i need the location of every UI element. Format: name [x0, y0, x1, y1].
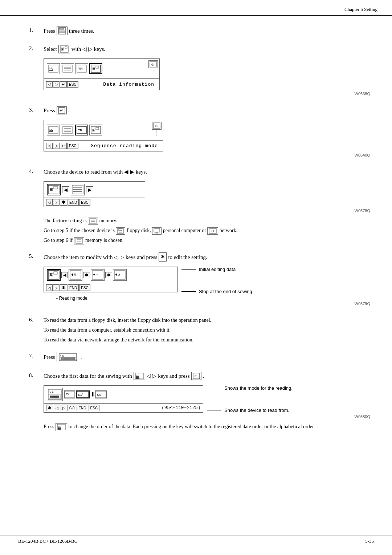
step-1-icon	[57, 27, 68, 35]
step-4-note-2: Go to step 5 if the chosen device is flo…	[44, 226, 370, 235]
step-1-times: three times.	[69, 27, 94, 35]
diag-w0580q: Y N ▓▓▓▓▓▓ 35°	[44, 385, 203, 413]
step-4-note-1: The factory setting is memory.	[44, 216, 370, 225]
svg-rect-19	[96, 66, 99, 68]
step-8-extra-note: Press ≡≡ ▓▓ to change the order of the d…	[44, 422, 370, 431]
svg-text:125°: 125°	[97, 393, 103, 396]
pc-icon	[152, 227, 162, 235]
network-icon	[207, 227, 218, 235]
step-1-text: Press three times.	[44, 27, 370, 35]
chapter-label: Chapter 5 Setting	[344, 7, 377, 12]
watermark-w0580q: W0580Q	[44, 414, 370, 419]
step-4-num: 4.	[29, 167, 44, 174]
svg-text:▓▓: ▓▓	[58, 428, 61, 430]
callout-stop: Stop at the end of sewing	[181, 289, 252, 294]
svg-text:My: My	[49, 128, 53, 131]
step-5-arrows: ◁ ▷ keys and press	[114, 253, 157, 262]
step-4-body: Choose the device to read from with ◀ ▶ …	[44, 167, 370, 246]
step-2-num: 2.	[29, 45, 44, 52]
floppy-icon	[116, 227, 125, 235]
footer-page: 5-35	[365, 538, 374, 544]
svg-text:▓▓: ▓▓	[136, 376, 139, 379]
diag-w0580q-container: Y N ▓▓▓▓▓▓ 35°	[44, 383, 370, 414]
svg-rect-53	[156, 232, 158, 233]
step-5-num: 5.	[29, 252, 44, 259]
step-8-sort2-icon: ≡≡ ▓▓	[56, 423, 67, 431]
svg-text:▓▓▓▓▓▓▓▓▓: ▓▓▓▓▓▓▓▓▓	[61, 357, 75, 360]
step-3-enter-icon: ↵	[57, 106, 67, 114]
diag-w0640q: My YN 菜 ◎	[44, 120, 163, 151]
svg-text:YN: YN	[78, 129, 82, 132]
svg-rect-0	[58, 28, 66, 34]
svg-point-55	[212, 230, 214, 232]
page-content: 1. Press three times. 2.	[0, 16, 392, 461]
svg-rect-1	[59, 28, 64, 29]
step-5-body: Choose the item to modify with ◁ ▷ keys …	[44, 252, 370, 309]
step-5: 5. Choose the item to modify with ◁ ▷ ke…	[29, 252, 370, 309]
diag-w0638q-label: Data information	[100, 80, 157, 89]
watermark-w0578q: W0578Q	[44, 208, 370, 213]
svg-rect-50	[119, 231, 122, 233]
diag-w0578q: 菜 ◀ ▶ ◁ ▷ ✱ END ESC	[44, 181, 145, 207]
svg-text:35°: 35°	[66, 393, 70, 396]
diag-w0580q-range: (95<−110−>125)	[162, 405, 201, 410]
step-5-text: Choose the item to modify with ◁ ▷ keys …	[44, 252, 370, 262]
step-3-text: Press ↵ .	[44, 106, 370, 115]
diag-w0580q-left: Y N ▓▓▓▓▓▓ 35°	[44, 383, 203, 413]
step-8-arrows: ◁ ▷ keys and press	[147, 372, 190, 380]
step-8-body: Choose the first data for the sewing wit…	[44, 372, 370, 433]
svg-text:YN: YN	[78, 67, 83, 70]
step-3-num: 3.	[29, 106, 44, 113]
callout-initial: Initial editing data	[181, 267, 252, 272]
svg-rect-45	[90, 219, 96, 224]
step-8: 8. Choose the first data for the sewing …	[29, 372, 370, 433]
svg-rect-10	[49, 70, 53, 71]
step-4-text: Choose the device to read from with ◀ ▶ …	[44, 167, 370, 176]
diag-w0579q: 菜 ◀ ✱柱 ✱ ✱↵ ✱ ✱⚙	[44, 267, 178, 292]
watermark-w0579q: W0579Q	[44, 301, 370, 306]
step-2-arrows: ◁ ▷ keys.	[82, 45, 105, 53]
svg-text:↵: ↵	[194, 373, 198, 378]
svg-rect-40	[54, 186, 57, 189]
svg-rect-7	[65, 46, 67, 48]
watermark-w0640q: W0640Q	[44, 153, 370, 157]
svg-text:菜: 菜	[50, 188, 53, 191]
memory-icon-2	[74, 237, 84, 244]
step-2-body: Select 菜 with ◁ ▷ keys. M	[44, 45, 370, 100]
svg-rect-49	[118, 228, 122, 230]
step-2: 2. Select 菜 with ◁ ▷ keys.	[29, 45, 370, 100]
step-4: 4. Choose the device to read from with ◀…	[29, 167, 370, 246]
step-2-menu-icon: 菜	[58, 45, 70, 53]
svg-rect-58	[76, 238, 82, 243]
diag-w0640q-label: Sequence reading mode	[88, 142, 161, 150]
svg-text:Y N: Y N	[49, 391, 54, 394]
step-6: 6. To read the data from a floppy disk, …	[29, 316, 370, 345]
step-7-text: Press Y N ▓▓▓▓▓▓▓▓▓ .	[44, 352, 370, 362]
step-6-text-1: To read the data from a floppy disk, ins…	[44, 316, 370, 324]
page-header: Chapter 5 Setting	[0, 0, 392, 16]
svg-rect-35	[96, 127, 99, 130]
svg-text:▓▓▓▓▓▓: ▓▓▓▓▓▓	[50, 396, 60, 398]
svg-text:Y  N: Y N	[60, 355, 64, 357]
svg-text:◎: ◎	[155, 124, 158, 127]
step-1: 1. Press three times.	[29, 27, 370, 38]
svg-rect-26	[49, 131, 53, 132]
step-6-num: 6.	[29, 316, 44, 323]
step-1-body: Press three times.	[44, 27, 370, 38]
diag-w0638q: My YN 菜	[44, 58, 160, 90]
step-6-text-2: To read the data from a computer, establ…	[44, 326, 370, 334]
step-5-star-icon: ✱	[159, 252, 167, 262]
step-6-text-3: To read the data via network, arrange th…	[44, 336, 370, 344]
step-3-body: Press ↵ . My	[44, 106, 370, 161]
step-7-num: 7.	[29, 352, 44, 359]
svg-text:菜: 菜	[92, 129, 95, 132]
step-5-callouts: Initial editing data Stop at the end of …	[181, 266, 252, 295]
svg-text:✱柱: ✱柱	[71, 273, 77, 276]
step-8-text: Choose the first data for the sewing wit…	[44, 372, 370, 380]
svg-text:↵: ↵	[60, 108, 63, 113]
step-8-sort-icon: ≡≡ ▓▓	[134, 372, 145, 380]
svg-text:110°: 110°	[78, 393, 83, 396]
svg-text:菜: 菜	[61, 47, 64, 51]
step-1-press: Press	[44, 27, 55, 35]
step-4-note-3: Go to step 6 if memory is chosen.	[44, 236, 370, 244]
